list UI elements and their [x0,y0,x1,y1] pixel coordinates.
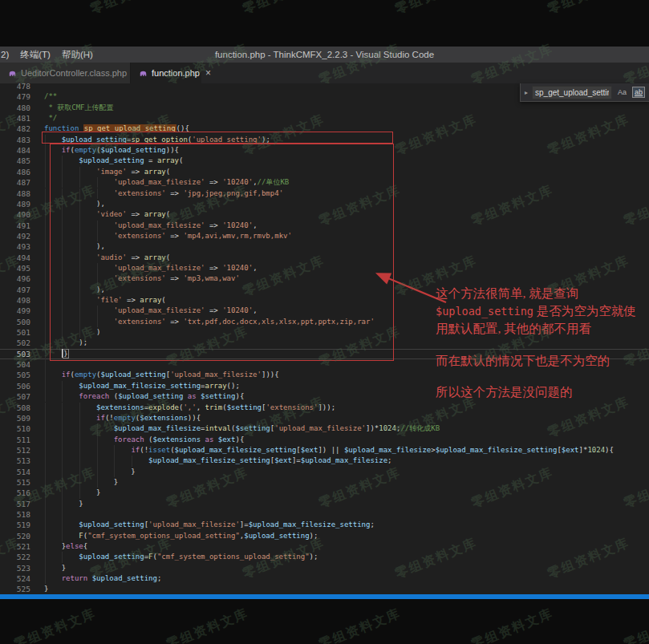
code-line[interactable]: 515 } [0,477,649,488]
code-line[interactable]: 514 } [0,467,649,477]
whole-word-icon[interactable]: ab [632,87,645,98]
line-number[interactable]: 481 [0,113,30,124]
line-number[interactable]: 517 [0,499,30,509]
indent-guide [45,359,46,370]
line-number[interactable]: 522 [0,552,30,562]
line-number[interactable]: 507 [0,391,30,402]
line-number[interactable]: 478 [0,83,30,91]
code-text: } [44,563,66,573]
line-number[interactable]: 509 [0,413,30,423]
line-number[interactable]: 518 [0,509,30,520]
code-line[interactable]: 511 foreach ($extensions as $ext){ [0,435,649,445]
line-number[interactable]: 480 [0,103,30,113]
line-number[interactable]: 511 [0,435,30,445]
line-number[interactable]: 489 [0,199,30,209]
code-line[interactable]: 519 $upload_setting['upload_max_filesize… [0,520,649,530]
line-number[interactable]: 515 [0,477,30,488]
menu-item-help[interactable]: 帮助(H) [56,49,99,61]
line-number[interactable]: 505 [0,370,30,380]
line-number[interactable]: 487 [0,177,30,188]
code-text: } [44,477,118,488]
line-number[interactable]: 479 [0,91,30,102]
code-text: $upload_setting['upload_max_filesize']=$… [44,520,375,530]
menu-bar: 2) 终端(T) 帮助(H) function.php - ThinkCMFX_… [0,47,649,63]
tab-label: UeditorController.class.php [21,68,127,78]
line-number[interactable]: 497 [0,285,30,295]
tab-function-php[interactable]: function.php × [131,63,201,83]
line-number[interactable]: 502 [0,338,30,348]
line-number[interactable]: 514 [0,467,30,477]
line-number[interactable]: 519 [0,520,30,530]
line-number[interactable]: 498 [0,295,30,306]
indent-guide [45,509,46,520]
line-number[interactable]: 500 [0,317,30,327]
annotation-text-block: 而在默认的情况下也是不为空的 [436,352,636,370]
line-number[interactable]: 524 [0,573,30,584]
code-line[interactable]: 516 } [0,488,649,498]
line-number[interactable]: 488 [0,188,30,199]
line-number[interactable]: 483 [0,135,30,145]
line-number[interactable]: 504 [0,359,30,370]
php-file-icon [139,69,148,78]
tab-label: function.php [152,68,200,78]
line-number[interactable]: 506 [0,381,30,391]
line-number[interactable]: 503 [0,349,30,359]
code-line[interactable]: 481 */ [0,113,649,124]
code-text: $upload_setting=F("cmf_system_options_up… [44,552,318,562]
code-line[interactable]: 518 [0,509,649,520]
menu-item-clipped[interactable]: 2) [0,50,14,59]
code-line[interactable]: 510 $upload_max_filesize=intval($setting… [0,423,649,434]
line-number[interactable]: 491 [0,221,30,231]
line-number[interactable]: 496 [0,273,30,284]
line-number[interactable]: 513 [0,456,30,466]
line-number[interactable]: 508 [0,403,30,413]
chevron-expand-icon[interactable]: ▸ [525,89,528,96]
line-number[interactable]: 484 [0,145,30,156]
line-number[interactable]: 512 [0,445,30,456]
code-text: if(empty($upload_setting['upload_max_fil… [44,370,279,380]
watermark: 零组资料文库 [393,0,480,18]
code-line[interactable]: 525} [0,584,649,594]
line-number[interactable]: 492 [0,231,30,241]
tab-ueditorcontroller[interactable]: UeditorController.class.php [0,63,131,83]
line-number[interactable]: 494 [0,253,30,263]
line-number[interactable]: 510 [0,423,30,434]
indent-guide [62,509,63,520]
code-line[interactable]: 513 $upload_max_filesize_setting[$ext]=$… [0,456,649,466]
match-case-icon[interactable]: Aa [616,87,628,97]
line-number[interactable]: 495 [0,263,30,273]
line-number[interactable]: 485 [0,156,30,166]
line-number[interactable]: 486 [0,167,30,177]
status-bar [0,594,649,599]
code-text: } [44,467,136,477]
line-number[interactable]: 521 [0,541,30,552]
annotation-notes: 这个方法很简单, 就是查询$upload_setting 是否为空为空就使用默认… [436,285,636,415]
line-number[interactable]: 493 [0,241,30,252]
watermark: 零组资料文库 [0,0,22,18]
line-number[interactable]: 490 [0,209,30,220]
watermark: 零组资料文库 [622,606,649,644]
line-number[interactable]: 520 [0,531,30,541]
code-line[interactable]: 524 return $upload_setting; [0,573,649,584]
annotation-text-block: 这个方法很简单, 就是查询$upload_setting 是否为空为空就使用默认… [436,285,636,338]
code-line[interactable]: 521 }else{ [0,541,649,552]
line-number[interactable]: 499 [0,306,30,316]
code-line[interactable]: 512 if(!isset($upload_max_filesize_setti… [0,445,649,456]
line-number[interactable]: 525 [0,584,30,594]
code-line[interactable]: 520 F("cmf_system_options_upload_setting… [0,531,649,541]
code-line[interactable]: 517 } [0,499,649,509]
code-line[interactable]: 480 * 获取CMF上传配置 [0,103,649,113]
watermark: 零组资料文库 [546,0,632,18]
code-line[interactable]: 523 } [0,563,649,573]
line-number[interactable]: 482 [0,124,30,134]
menu-item-terminal[interactable]: 终端(T) [14,49,56,61]
annotation-text-block: 所以这个方法是没问题的 [436,383,636,401]
line-number[interactable]: 523 [0,563,30,573]
code-line[interactable]: 522 $upload_setting=F("cmf_system_option… [0,552,649,562]
close-icon[interactable]: × [205,69,211,77]
line-number[interactable]: 516 [0,488,30,498]
code-text: */ [44,113,57,124]
find-input[interactable] [532,86,612,99]
line-number[interactable]: 501 [0,327,30,338]
code-text: F("cmf_system_options_upload_setting",$u… [44,531,318,541]
